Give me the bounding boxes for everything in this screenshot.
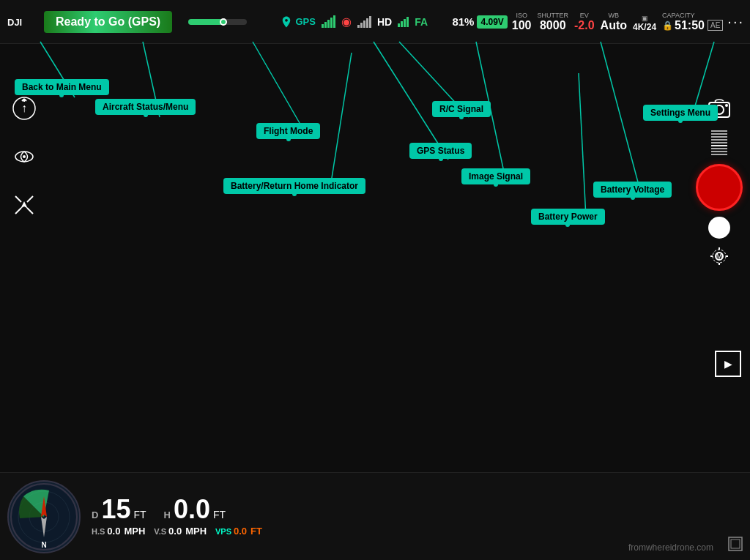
svg-text:M: M: [716, 253, 722, 261]
bottom-bar: N D 15 FT H 0.0 FT H.S 0.0 MPH V.S 0.0 M…: [0, 472, 750, 560]
capacity-label: CAPACITY: [662, 12, 694, 19]
top-bar: DJI Ready to Go (GPS) GPS ◉: [0, 0, 750, 44]
resolution-value: 4K/24: [633, 22, 656, 32]
exposure-indicator: [711, 130, 727, 155]
sound-icon: ◉: [341, 15, 352, 29]
vs-value: 0.0: [168, 526, 182, 537]
hs-label: H.S: [92, 527, 105, 536]
annotation-gps-status: GPS Status: [409, 143, 472, 159]
annotation-battery-voltage: Battery Voltage: [593, 182, 672, 198]
ev-setting[interactable]: EV -2.0: [574, 12, 595, 32]
resolution-setting[interactable]: ▣ 4K/24: [633, 15, 656, 32]
go-home-button[interactable]: ↑: [11, 95, 37, 122]
hs-item: H.S 0.0 MPH: [92, 526, 145, 537]
wb-value: Auto: [601, 19, 627, 32]
wb-label: WB: [609, 12, 620, 19]
res-icon: ▣: [642, 15, 648, 22]
annotation-back-menu: Back to Main Menu: [15, 79, 109, 95]
image-signal-bars: [357, 16, 371, 28]
annotation-rc-signal: R/C Signal: [432, 101, 491, 117]
h-value: 0.0: [174, 496, 210, 523]
d-unit: FT: [133, 509, 146, 520]
svg-point-15: [725, 104, 728, 107]
annotation-settings-menu: Settings Menu: [643, 105, 718, 121]
hd-label: HD: [377, 16, 392, 28]
vs-label: V.S: [154, 527, 166, 536]
vps-unit: FT: [250, 526, 262, 537]
camera-settings-button[interactable]: M: [708, 244, 731, 268]
watermark: fromwhereidrone.com: [628, 542, 713, 553]
signal-bars: [322, 15, 335, 28]
svg-marker-12: [21, 201, 28, 209]
ev-label: EV: [580, 12, 589, 19]
h-unit: FT: [213, 509, 226, 520]
h-label: H: [164, 509, 171, 520]
ae-badge: AE: [708, 20, 723, 31]
gps-label: GPS: [295, 16, 315, 27]
svg-text:DJI: DJI: [7, 16, 22, 27]
svg-line-8: [15, 196, 21, 202]
record-button[interactable]: [696, 164, 743, 211]
battery-home-bar: [188, 19, 247, 25]
capacity-section: CAPACITY 🔒 51:50 AE: [662, 12, 723, 32]
telemetry-section: D 15 FT H 0.0 FT H.S 0.0 MPH V.S 0.0 MPH…: [81, 496, 743, 537]
vs-item: V.S 0.0 MPH: [154, 526, 207, 537]
wb-setting[interactable]: WB Auto: [601, 12, 627, 32]
iso-value: 100: [512, 19, 532, 32]
d-value: 15: [101, 496, 130, 523]
play-icon: ▶: [724, 358, 732, 370]
svg-rect-36: [731, 540, 740, 548]
hs-value: 0.0: [107, 526, 120, 537]
iso-setting[interactable]: ISO 100: [512, 12, 532, 32]
svg-text:↑: ↑: [21, 102, 27, 114]
vps-item: VPS 0.0 FT: [215, 526, 262, 537]
shutter-button[interactable]: [708, 217, 730, 239]
expand-icon[interactable]: [728, 537, 743, 554]
left-controls: ↑: [11, 95, 37, 218]
d-label: D: [92, 509, 98, 520]
shutter-value: 8000: [540, 19, 566, 32]
hd-signal-bars: [398, 17, 409, 27]
shutter-label: SHUTTER: [538, 12, 569, 19]
svg-point-7: [23, 155, 26, 158]
battery-voltage-badge: 4.09V: [477, 15, 507, 29]
ev-value: -2.0: [574, 19, 595, 32]
annotation-flight-mode: Flight Mode: [256, 123, 320, 139]
svg-text:N: N: [41, 541, 46, 549]
capacity-value: 51:50: [675, 19, 705, 32]
svg-line-10: [15, 208, 21, 214]
waypoint-button[interactable]: [11, 143, 37, 170]
camera-settings: ISO 100 SHUTTER 8000 EV -2.0 WB Auto ▣ 4…: [512, 12, 724, 32]
dji-logo: DJI: [6, 6, 38, 38]
hs-unit: MPH: [124, 526, 145, 537]
drone-position-button[interactable]: [11, 192, 37, 218]
annotation-battery-home: Battery/Return Home Indicator: [223, 178, 365, 194]
playback-button[interactable]: ▶: [715, 351, 741, 377]
fa-icon: FA: [415, 16, 428, 28]
battery-pct: 81%: [452, 15, 474, 28]
annotation-battery-power: Battery Power: [531, 209, 605, 225]
right-controls: M: [696, 95, 743, 268]
shutter-setting[interactable]: SHUTTER 8000: [538, 12, 569, 32]
gps-indicator: GPS: [280, 15, 315, 29]
top-center-indicators: GPS ◉ HD FA: [256, 15, 452, 29]
ready-status[interactable]: Ready to Go (GPS): [44, 11, 172, 33]
svg-line-11: [27, 208, 33, 214]
iso-label: ISO: [516, 12, 527, 19]
more-button[interactable]: ···: [727, 13, 744, 30]
vs-unit: MPH: [185, 526, 207, 537]
vps-value: 0.0: [234, 526, 247, 537]
svg-line-9: [27, 196, 33, 202]
vps-label: VPS: [215, 527, 231, 536]
annotation-aircraft-status: Aircraft Status/Menu: [95, 99, 196, 115]
compass: N: [7, 480, 81, 553]
annotation-image-signal: Image Signal: [461, 168, 530, 184]
lock-icon: 🔒: [662, 20, 673, 31]
